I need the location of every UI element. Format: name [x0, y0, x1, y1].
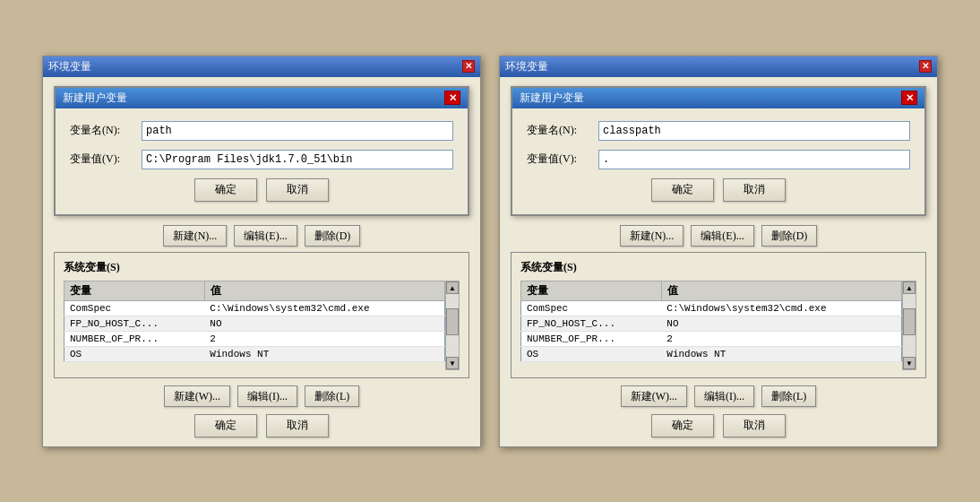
- env-dialog-1: 环境变量 ✕ 新建用户变量 ✕ 变量名(N): 变量值(V):: [42, 56, 481, 447]
- sys-col-var-1: 变量: [64, 281, 205, 300]
- user-var-buttons-2: 新建(N)... 编辑(E)... 删除(D): [511, 225, 926, 247]
- inner-dialog-2: 新建用户变量 ✕ 变量名(N): 变量值(V): 确定 取消: [511, 86, 926, 216]
- sys-cell-var-1-2: NUMBER_OF_PR...: [64, 331, 205, 346]
- sys-table-row-2-0[interactable]: ComSpec C:\Windows\system32\cmd.exe: [521, 300, 902, 316]
- user-var-buttons-1: 新建(N)... 编辑(E)... 删除(D): [54, 225, 469, 247]
- sys-col-val-1: 值: [204, 281, 444, 300]
- var-name-input-1[interactable]: [142, 121, 453, 141]
- sys-cell-var-2-2: NUMBER_OF_PR...: [521, 331, 662, 346]
- inner-title-1: 新建用户变量: [63, 91, 127, 106]
- scrollbar-up-1[interactable]: ▲: [446, 281, 459, 294]
- sys-cell-var-1-3: OS: [64, 346, 205, 361]
- inner-ok-btn-2[interactable]: 确定: [651, 178, 714, 202]
- sys-cell-val-2-2: 2: [661, 331, 901, 346]
- sys-edit-btn-1[interactable]: 编辑(I)...: [237, 385, 297, 407]
- inner-titlebar-2: 新建用户变量 ✕: [512, 88, 924, 108]
- sys-table-wrapper-2: 变量 值 ComSpec C:\Windows\system32\cmd.exe: [520, 281, 916, 370]
- sys-scrollbar-2[interactable]: ▲ ▼: [902, 281, 916, 370]
- inner-close-btn-2[interactable]: ✕: [901, 91, 917, 105]
- sys-table-row-1-1[interactable]: FP_NO_HOST_C... NO: [64, 316, 445, 331]
- sys-table-scroll-1: 变量 值 ComSpec C:\Windows\system32\cmd.exe: [64, 281, 445, 370]
- var-name-row-2: 变量名(N):: [527, 121, 910, 141]
- bottom-buttons-2: 确定 取消: [511, 414, 926, 437]
- inner-buttons-2: 确定 取消: [527, 178, 910, 202]
- sys-table-scroll-2: 变量 值 ComSpec C:\Windows\system32\cmd.exe: [520, 281, 902, 370]
- scrollbar-down-1[interactable]: ▼: [446, 357, 459, 369]
- sys-cell-val-1-0: C:\Windows\system32\cmd.exe: [204, 300, 444, 316]
- var-value-input-1[interactable]: [142, 150, 453, 169]
- var-value-row-1: 变量值(V):: [70, 150, 453, 169]
- user-delete-btn-2[interactable]: 删除(D): [761, 225, 818, 247]
- sys-cell-var-2-1: FP_NO_HOST_C...: [521, 316, 662, 331]
- var-name-label-2: 变量名(N):: [527, 123, 598, 138]
- sys-var-buttons-2: 新建(W)... 编辑(I)... 删除(L): [511, 385, 926, 407]
- sys-cell-var-1-0: ComSpec: [64, 300, 205, 316]
- sys-var-buttons-1: 新建(W)... 编辑(I)... 删除(L): [54, 385, 469, 407]
- sys-table-row-1-3[interactable]: OS Windows NT: [64, 346, 445, 361]
- user-new-btn-1[interactable]: 新建(N)...: [163, 225, 228, 247]
- bottom-cancel-btn-1[interactable]: 取消: [266, 414, 329, 437]
- inner-title-2: 新建用户变量: [520, 91, 584, 106]
- var-value-label-2: 变量值(V):: [527, 151, 598, 167]
- sys-table-row-2-1[interactable]: FP_NO_HOST_C... NO: [521, 316, 902, 331]
- sys-vars-label-1: 系统变量(S): [64, 260, 460, 275]
- sys-vars-section-2: 系统变量(S) 变量 值: [511, 252, 926, 378]
- bottom-cancel-btn-2[interactable]: 取消: [723, 414, 786, 437]
- sys-col-var-2: 变量: [521, 281, 662, 300]
- sys-table-row-2-3[interactable]: OS Windows NT: [521, 346, 902, 361]
- bottom-ok-btn-2[interactable]: 确定: [651, 414, 714, 437]
- sys-table-1: 变量 值 ComSpec C:\Windows\system32\cmd.exe: [64, 281, 445, 362]
- user-edit-btn-2[interactable]: 编辑(E)...: [691, 225, 753, 247]
- sys-table-wrapper-1: 变量 值 ComSpec C:\Windows\system32\cmd.exe: [64, 281, 460, 370]
- sys-vars-label-2: 系统变量(S): [520, 260, 916, 275]
- sys-cell-val-2-1: NO: [661, 316, 901, 331]
- outer-close-btn-2[interactable]: ✕: [919, 60, 932, 73]
- sys-cell-var-2-3: OS: [521, 346, 662, 361]
- sys-delete-btn-2[interactable]: 删除(L): [761, 385, 816, 407]
- sys-edit-btn-2[interactable]: 编辑(I)...: [694, 385, 754, 407]
- sys-cell-var-1-1: FP_NO_HOST_C...: [64, 316, 205, 331]
- user-new-btn-2[interactable]: 新建(N)...: [620, 225, 684, 247]
- scrollbar-up-2[interactable]: ▲: [903, 281, 916, 294]
- var-value-row-2: 变量值(V):: [527, 150, 910, 169]
- inner-titlebar-1: 新建用户变量 ✕: [56, 88, 468, 108]
- sys-cell-val-1-3: Windows NT: [204, 346, 444, 361]
- outer-title-2: 环境变量: [505, 59, 548, 74]
- inner-close-btn-1[interactable]: ✕: [444, 91, 460, 105]
- sys-new-btn-2[interactable]: 新建(W)...: [621, 385, 687, 407]
- inner-cancel-btn-1[interactable]: 取消: [266, 178, 329, 202]
- sys-scrollbar-1[interactable]: ▲ ▼: [445, 281, 460, 370]
- sys-cell-var-2-0: ComSpec: [521, 300, 662, 316]
- sys-cell-val-1-2: 2: [204, 331, 444, 346]
- user-edit-btn-1[interactable]: 编辑(E)...: [234, 225, 297, 247]
- env-dialog-2: 环境变量 ✕ 新建用户变量 ✕ 变量名(N): 变量值(V):: [499, 56, 938, 447]
- scrollbar-thumb-1[interactable]: [446, 308, 459, 335]
- var-name-input-2[interactable]: [598, 121, 910, 141]
- inner-buttons-1: 确定 取消: [70, 178, 453, 202]
- outer-titlebar-1: 环境变量 ✕: [43, 56, 480, 77]
- outer-close-btn-1[interactable]: ✕: [462, 60, 475, 73]
- sys-delete-btn-1[interactable]: 删除(L): [305, 385, 359, 407]
- outer-titlebar-2: 环境变量 ✕: [500, 56, 937, 77]
- scrollbar-thumb-2[interactable]: [903, 308, 916, 335]
- bottom-ok-btn-1[interactable]: 确定: [194, 414, 257, 437]
- var-name-row-1: 变量名(N):: [70, 121, 453, 141]
- sys-col-val-2: 值: [661, 281, 901, 300]
- sys-table-row-1-0[interactable]: ComSpec C:\Windows\system32\cmd.exe: [64, 300, 445, 316]
- inner-ok-btn-1[interactable]: 确定: [194, 178, 257, 202]
- inner-dialog-1: 新建用户变量 ✕ 变量名(N): 变量值(V): 确定 取消: [54, 86, 469, 216]
- inner-cancel-btn-2[interactable]: 取消: [723, 178, 786, 202]
- bottom-buttons-1: 确定 取消: [54, 414, 469, 437]
- var-name-label-1: 变量名(N):: [70, 123, 142, 138]
- sys-new-btn-1[interactable]: 新建(W)...: [164, 385, 230, 407]
- scrollbar-down-2[interactable]: ▼: [903, 357, 916, 369]
- sys-cell-val-2-0: C:\Windows\system32\cmd.exe: [661, 300, 901, 316]
- sys-table-row-2-2[interactable]: NUMBER_OF_PR... 2: [521, 331, 902, 346]
- sys-table-2: 变量 值 ComSpec C:\Windows\system32\cmd.exe: [520, 281, 902, 362]
- var-value-input-2[interactable]: [598, 150, 910, 169]
- sys-cell-val-2-3: Windows NT: [661, 346, 901, 361]
- sys-table-row-1-2[interactable]: NUMBER_OF_PR... 2: [64, 331, 445, 346]
- var-value-label-1: 变量值(V):: [70, 151, 142, 167]
- user-delete-btn-1[interactable]: 删除(D): [305, 225, 361, 247]
- outer-title-1: 环境变量: [48, 59, 91, 74]
